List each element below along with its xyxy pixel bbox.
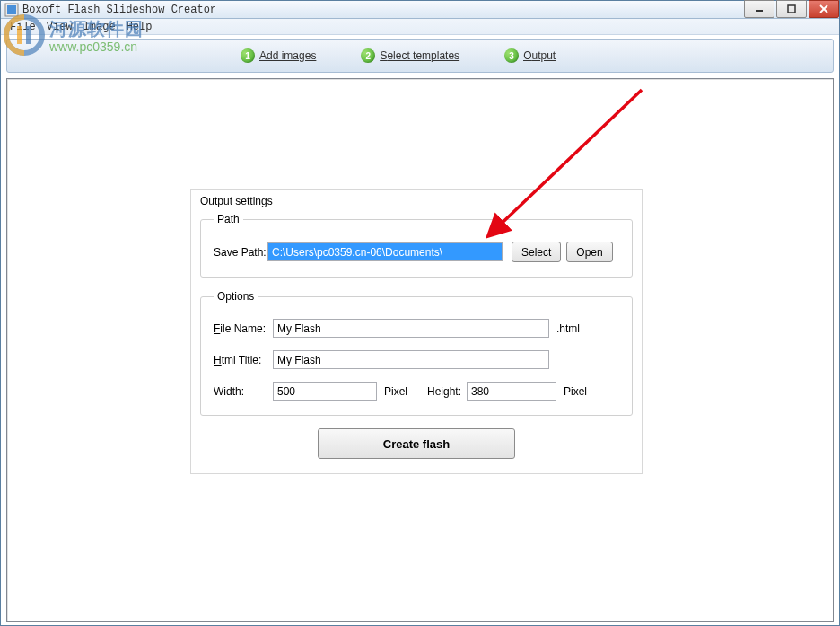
width-input[interactable] — [273, 382, 377, 401]
file-name-suffix: .html — [556, 322, 580, 335]
close-button[interactable] — [809, 0, 839, 18]
open-button[interactable]: Open — [566, 242, 612, 262]
window-title: Boxoft Flash Slideshow Creator — [22, 4, 216, 16]
titlebar: Boxoft Flash Slideshow Creator — [1, 1, 839, 19]
svg-rect-3 — [788, 5, 795, 13]
menu-help[interactable]: Help — [121, 21, 158, 33]
html-title-input[interactable] — [273, 350, 549, 369]
window-controls — [742, 0, 839, 18]
step-number-icon: 2 — [361, 48, 375, 63]
step-number-icon: 3 — [504, 48, 519, 63]
create-flash-button[interactable]: Create flash — [318, 428, 515, 459]
menu-image[interactable]: Image — [78, 21, 121, 33]
output-settings-panel: Output settings Path Save Path: Select O… — [190, 189, 643, 474]
path-group: Path Save Path: Select Open — [200, 213, 633, 278]
maximize-button[interactable] — [776, 0, 807, 18]
path-legend: Path — [214, 213, 243, 225]
output-settings-title: Output settings — [200, 195, 633, 207]
step-label: Select templates — [380, 49, 459, 62]
step-label: Add images — [259, 49, 316, 62]
width-unit: Pixel — [384, 385, 407, 398]
height-input[interactable] — [467, 382, 556, 401]
select-button[interactable]: Select — [512, 242, 561, 262]
step-output[interactable]: 3 Output — [504, 48, 556, 63]
step-add-images[interactable]: 1 Add images — [241, 48, 316, 63]
width-label: Width: — [214, 385, 273, 398]
height-unit: Pixel — [564, 385, 587, 398]
svg-rect-1 — [7, 5, 16, 14]
options-group: Options File Name: .html Html Title: Wid… — [200, 290, 633, 416]
minimize-button[interactable] — [744, 0, 774, 18]
step-label: Output — [523, 49, 556, 62]
content-area: Output settings Path Save Path: Select O… — [6, 78, 834, 622]
file-name-input[interactable] — [273, 319, 549, 338]
save-path-input[interactable] — [267, 242, 503, 261]
html-title-label: Html Title: — [214, 354, 273, 366]
menu-view[interactable]: View — [41, 21, 78, 33]
app-window: Boxoft Flash Slideshow Creator File View… — [0, 0, 840, 626]
file-name-label: File Name: — [214, 322, 273, 335]
menu-file[interactable]: File — [4, 21, 41, 33]
save-path-label: Save Path: — [214, 246, 267, 259]
step-bar: 1 Add images 2 Select templates 3 Output — [6, 39, 834, 73]
step-number-icon: 1 — [241, 48, 255, 63]
height-label: Height: — [427, 385, 467, 398]
app-icon — [4, 3, 19, 17]
options-legend: Options — [214, 290, 258, 303]
menubar: File View Image Help — [1, 19, 839, 35]
step-select-templates[interactable]: 2 Select templates — [361, 48, 459, 63]
